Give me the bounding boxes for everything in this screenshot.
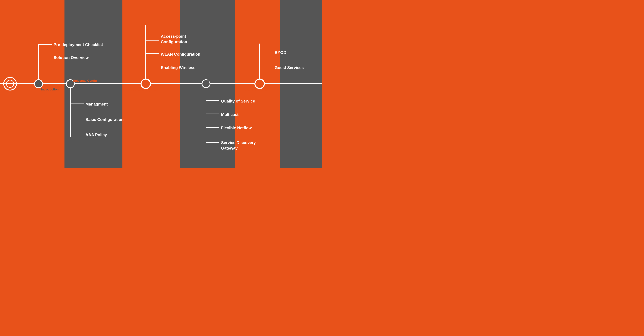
svg-text:Access-point: Access-point [161, 34, 186, 38]
svg-text:Wireless Deployment: Wireless Deployment [127, 88, 158, 92]
main-container: Pre-deployment Checklist Solution Overvi… [0, 0, 322, 168]
svg-text:AAA Policy: AAA Policy [86, 132, 107, 137]
svg-text:Converged Features: Converged Features [184, 79, 214, 82]
svg-text:Multicast: Multicast [221, 112, 238, 117]
svg-text:Quality of Service: Quality of Service [221, 99, 255, 103]
svg-text:Configuration: Configuration [161, 40, 187, 44]
svg-point-3 [34, 80, 42, 88]
svg-text:BYOD: BYOD [275, 50, 286, 55]
svg-text:Service Discovery: Service Discovery [221, 140, 256, 145]
svg-text:WLAN Configuration: WLAN Configuration [161, 52, 200, 56]
svg-point-7 [255, 79, 264, 88]
svg-text:Pre-deployment Checklist: Pre-deployment Checklist [54, 42, 103, 47]
svg-text:Solution Overview: Solution Overview [54, 55, 89, 60]
svg-text:Gateway: Gateway [221, 146, 238, 150]
svg-text:Guest Deployment: Guest Deployment [243, 88, 270, 92]
svg-point-5 [141, 79, 150, 88]
svg-text:Guest Services: Guest Services [275, 65, 304, 70]
svg-text:Managment: Managment [86, 102, 108, 106]
svg-text:Universal Config: Universal Config [73, 79, 97, 82]
svg-text:Enabling Wireless: Enabling Wireless [161, 65, 196, 70]
diagram-svg: Pre-deployment Checklist Solution Overvi… [0, 0, 322, 168]
svg-text:Introduction: Introduction [41, 88, 58, 91]
svg-text:Flexible Netflow: Flexible Netflow [221, 126, 252, 130]
svg-text:Basic Configuration: Basic Configuration [86, 117, 124, 122]
